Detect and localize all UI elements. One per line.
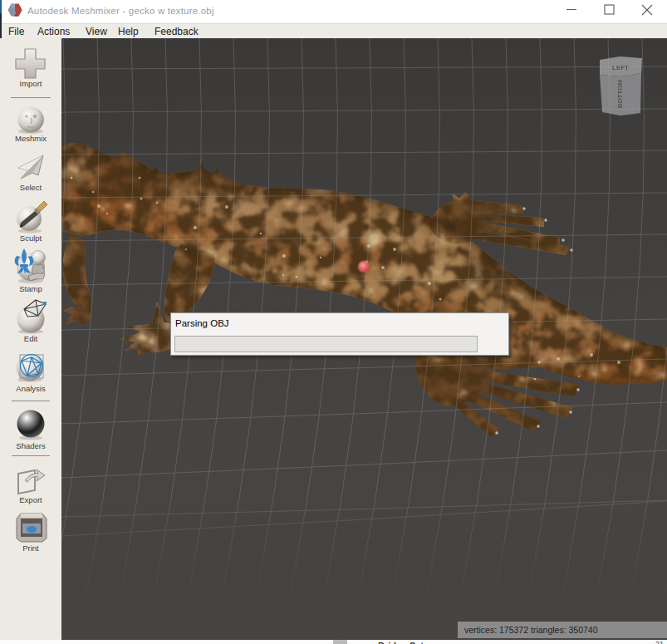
svg-text:Sculpt: Sculpt: [20, 234, 42, 243]
svg-text:Stamp: Stamp: [19, 284, 42, 293]
svg-text:Select: Select: [20, 183, 42, 192]
svg-text:Analysis: Analysis: [16, 384, 46, 393]
svg-text:Print: Print: [22, 543, 39, 553]
svg-text:Import: Import: [20, 79, 42, 88]
svg-text:Export: Export: [19, 495, 42, 504]
svg-text:BOTTOM: BOTTOM: [616, 79, 624, 108]
svg-text:Shaders: Shaders: [16, 441, 46, 450]
svg-text:Edit: Edit: [24, 334, 38, 343]
svg-text:LEFT: LEFT: [612, 64, 629, 71]
svg-text:Meshmix: Meshmix: [15, 134, 47, 143]
